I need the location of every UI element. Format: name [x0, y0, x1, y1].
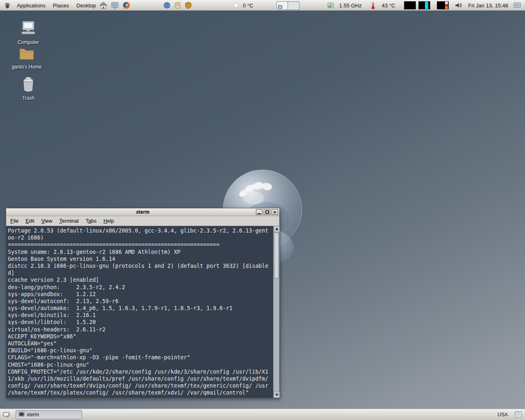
terminal-line: ========================================… [8, 241, 272, 248]
terminal-line: ccache version 2.3 [enabled] [8, 276, 272, 283]
terminal-line: oo-r2 i686) [8, 234, 272, 241]
terminal-line: distcc 2.18.3 i686-pc-linux-gnu (protoco… [8, 262, 272, 269]
terminal-line: ACCEPT_KEYWORDS="x86" [8, 333, 272, 340]
notes-applet-icon[interactable] [173, 1, 182, 9]
scrollbar-down-button[interactable] [274, 392, 280, 398]
window-list-icon[interactable] [514, 411, 523, 418]
gnome-foot-icon[interactable] [3, 1, 12, 10]
computer-icon [20, 21, 37, 37]
scrollbar-up-button[interactable] [274, 226, 280, 232]
scrollbar-thumb[interactable] [274, 233, 279, 278]
workspace-2[interactable] [288, 2, 299, 9]
thermometer-icon[interactable] [369, 1, 377, 9]
terminal-line: d] [8, 269, 272, 276]
xterm-window: xterm ✕ FileEditViewTerminalTabsHelp Por… [6, 208, 280, 398]
arrow-down-icon [275, 394, 278, 396]
terminal-line: config/ /usr/share/texmf/dvips/config/ /… [8, 382, 272, 389]
sysmon-memory-graph[interactable] [418, 1, 430, 9]
globe-applet-icon[interactable] [163, 1, 171, 9]
terminal-text: Portage 2.0.53 (default-linux/x86/2005.0… [6, 226, 279, 398]
terminal-line: CHOST="i686-pc-linux-gnu" [8, 361, 272, 368]
firefox-launcher-icon[interactable] [122, 1, 131, 10]
desktop-icon-label: Trash [10, 95, 47, 101]
desktop-icon-label: Computer [10, 39, 47, 45]
cpufreq-icon[interactable] [326, 1, 335, 9]
terminal-line: sys-devel/libtool: 1.5.20 [8, 319, 272, 326]
terminal-line: sys-devel/automake: 1.4_p6, 1.5, 1.6.3, … [8, 305, 272, 312]
terminal-line: 1/xkb /usr/lib/mozilla/defaults/pref /us… [8, 375, 272, 382]
close-icon: ✕ [273, 210, 276, 215]
show-desktop-icon [2, 411, 11, 419]
top-panel: Applications Places Desktop 0 °C [0, 0, 525, 11]
sysmon-cpu-graph[interactable] [404, 1, 416, 9]
terminal-line: CONFIG_PROTECT="/etc /usr/kde/2/share/co… [8, 368, 272, 375]
terminal-scrollbar[interactable] [273, 226, 279, 398]
menu-desktop[interactable]: Desktop [73, 0, 100, 11]
terminal-line: System uname: 2.6.13-gentoo-r2 i686 AMD … [8, 249, 272, 256]
cpufreq-value[interactable]: 1.55 GHz [339, 2, 362, 9]
trash-icon [21, 76, 36, 93]
terminal-line: Portage 2.0.53 (default-linux/x86/2005.0… [8, 227, 272, 234]
terminal-line: sys-apps/sandbox: 1.2.12 [8, 291, 272, 298]
screen-resolution-icon[interactable] [513, 1, 521, 9]
workspace-window-thumb [278, 5, 282, 9]
menu-tabs[interactable]: Tabs [86, 218, 96, 224]
window-menubar: FileEditViewTerminalTabsHelp [6, 216, 279, 226]
weather-temperature[interactable]: 0 °C [243, 2, 253, 9]
volume-icon[interactable] [454, 1, 463, 9]
desktop-icon-home[interactable]: ganto's Home [8, 47, 45, 70]
terminal-line: sys-devel/autoconf: 2.13, 2.59-r6 [8, 298, 272, 305]
maximize-icon [265, 210, 269, 214]
terminal-line: sys-devel/binutils: 2.16.1 [8, 312, 272, 319]
home-folder-icon [18, 47, 35, 62]
desktop-icon-computer[interactable]: Computer [10, 21, 47, 45]
terminal-line: dev-lang/python: 2.3.5-r2, 2.4.2 [8, 284, 272, 291]
minimize-button[interactable] [256, 209, 262, 215]
menu-applications[interactable]: Applications [13, 0, 49, 11]
weather-icon[interactable] [232, 1, 240, 9]
menu-view[interactable]: View [41, 218, 52, 224]
show-desktop-button[interactable] [2, 410, 11, 420]
sysmon-network-graph[interactable] [437, 1, 449, 9]
workspace-1[interactable] [277, 2, 288, 9]
window-title: xterm [6, 209, 279, 215]
clock[interactable]: Fri Jan 13, 15:48 [468, 2, 508, 9]
taskbar-button-label: xterm [27, 412, 39, 418]
terminal-icon [18, 411, 25, 418]
menu-edit[interactable]: Edit [25, 218, 34, 224]
terminal-line: virtual/os-headers: 2.6.11-r2 [8, 326, 272, 333]
cpu-temp-value[interactable]: 43 °C [382, 2, 395, 9]
terminal-line: Gentoo Base System version 1.6.14 [8, 256, 272, 262]
home-launcher-icon[interactable] [99, 1, 108, 10]
taskbar-button-xterm[interactable]: xterm [16, 410, 82, 419]
terminal-line: CFLAGS="-march=athlon-xp -O3 -pipe -fomi… [8, 354, 272, 361]
terminal-area[interactable]: Portage 2.0.53 (default-linux/x86/2005.0… [6, 226, 279, 398]
arrow-up-icon [275, 228, 278, 230]
terminal-line: AUTOCLEAN="yes" [8, 340, 272, 347]
keyboard-layout-indicator[interactable]: USA [496, 411, 509, 418]
desktop-icon-trash[interactable]: Trash [10, 76, 47, 101]
window-titlebar[interactable]: xterm ✕ [6, 208, 279, 216]
menu-help[interactable]: Help [103, 218, 114, 224]
workspace-switcher [276, 1, 299, 10]
minimize-icon [258, 213, 261, 214]
menu-terminal[interactable]: Terminal [59, 218, 79, 224]
desktop-icon-label: ganto's Home [8, 64, 45, 70]
bottom-panel: xterm USA [0, 409, 525, 420]
screenshot-launcher-icon[interactable] [110, 1, 119, 10]
maximize-button[interactable] [264, 209, 270, 215]
terminal-line: CBUILD="i686-pc-linux-gnu" [8, 347, 272, 354]
shield-applet-icon[interactable] [184, 1, 192, 9]
close-button[interactable]: ✕ [272, 209, 278, 215]
menu-file[interactable]: File [10, 218, 18, 224]
menu-places[interactable]: Places [49, 0, 73, 11]
terminal-line: /share/texmf/tex/platex/config/ /usr/sha… [8, 389, 272, 396]
